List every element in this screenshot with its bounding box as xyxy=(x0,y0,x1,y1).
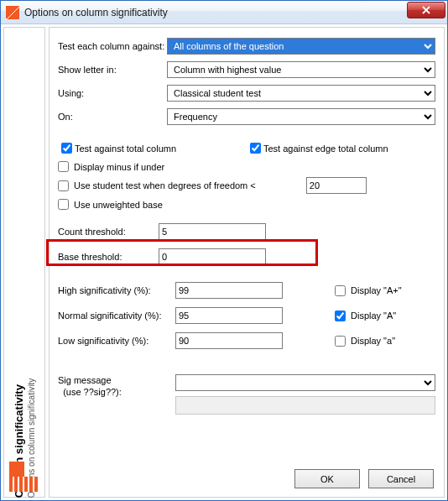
sig-message-text xyxy=(175,396,435,415)
high-sig-input[interactable] xyxy=(175,282,283,299)
sig-message-label: Sig message (use ??sig??): xyxy=(58,374,175,415)
display-a-upper-label: Display "A" xyxy=(351,311,396,321)
on-label: On: xyxy=(58,112,167,122)
close-button[interactable] xyxy=(407,2,445,18)
test-edge-total-checkbox[interactable] xyxy=(250,143,261,154)
normal-sig-label: Normal significativity (%): xyxy=(58,311,175,321)
base-threshold-label: Base threshold: xyxy=(58,252,159,262)
using-label: Using: xyxy=(58,88,167,98)
window-title: Options on column significativity xyxy=(24,7,168,18)
display-minus-label: Display minus if under xyxy=(74,162,164,172)
ok-button[interactable]: OK xyxy=(294,469,360,488)
low-sig-input[interactable] xyxy=(175,332,283,349)
test-total-label: Test against total column xyxy=(75,144,176,154)
display-a-plus-label: Display "A+" xyxy=(351,285,402,295)
normal-sig-input[interactable] xyxy=(175,307,283,324)
student-df-label: Use student test when degrees of freedom… xyxy=(74,180,256,190)
test-edge-total-label: Test against edge total column xyxy=(263,144,388,154)
titlebar: Options on column significativity xyxy=(1,1,447,24)
cancel-button[interactable]: Cancel xyxy=(368,469,434,488)
content-panel: Test each column against: All columns of… xyxy=(49,27,445,498)
student-df-checkbox[interactable] xyxy=(58,180,69,191)
base-threshold-input[interactable] xyxy=(159,248,266,265)
high-sig-label: High significativity (%): xyxy=(58,285,175,295)
sidebar: Column significativity Options on column… xyxy=(3,27,45,498)
display-minus-checkbox[interactable] xyxy=(58,161,69,172)
display-a-upper-checkbox[interactable] xyxy=(335,311,346,321)
count-threshold-input[interactable] xyxy=(159,223,266,240)
low-sig-label: Low significativity (%): xyxy=(58,336,175,346)
test-against-select[interactable]: All columns of the question xyxy=(167,38,435,55)
display-a-plus-checkbox[interactable] xyxy=(335,285,346,296)
count-threshold-label: Count threshold: xyxy=(58,227,159,237)
using-select[interactable]: Classical student test xyxy=(167,85,435,102)
display-a-lower-label: Display "a" xyxy=(351,336,395,346)
brand-logo-icon xyxy=(9,462,39,492)
display-a-lower-checkbox[interactable] xyxy=(335,336,346,347)
test-against-label: Test each column against: xyxy=(58,41,167,51)
count-threshold-row: Count threshold: xyxy=(58,223,435,240)
on-select[interactable]: Frequency xyxy=(167,108,435,125)
sig-message-select[interactable] xyxy=(175,374,435,391)
unweighted-checkbox[interactable] xyxy=(58,199,69,210)
test-total-checkbox[interactable] xyxy=(61,143,72,154)
show-letter-select[interactable]: Column with highest value xyxy=(167,61,435,78)
show-letter-label: Show letter in: xyxy=(58,65,167,75)
close-icon xyxy=(422,6,430,14)
unweighted-label: Use unweighted base xyxy=(74,200,163,210)
student-df-input[interactable] xyxy=(306,177,367,194)
app-icon xyxy=(6,6,19,19)
dialog-window: Options on column significativity Column… xyxy=(0,0,448,501)
